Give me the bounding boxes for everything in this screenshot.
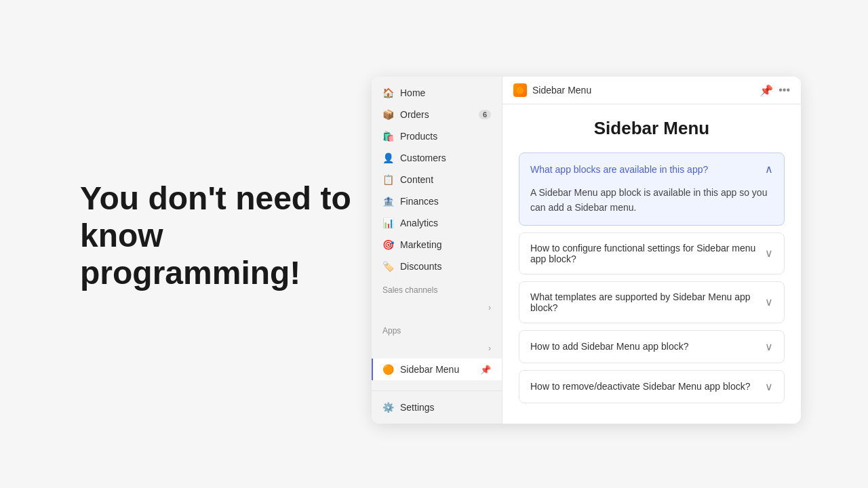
sidebar-item-discounts-label: Discounts: [400, 261, 441, 272]
sidebar-item-sidebar-menu[interactable]: 🟠 Sidebar Menu 📌: [372, 359, 502, 380]
panel-header-actions: 📌 •••: [760, 84, 790, 97]
settings-section: ⚙️ Settings: [372, 390, 502, 418]
sidebar-item-products-label: Products: [400, 131, 437, 142]
faq-chevron-1: ∧: [765, 163, 773, 176]
faq-item-4: How to add Sidebar Menu app block? ∨: [519, 330, 785, 363]
faq-question-4-text: How to add Sidebar Menu app block?: [530, 341, 688, 352]
faq-question-5-text: How to remove/deactivate Sidebar Menu ap…: [530, 381, 751, 392]
pin-icon: 📌: [480, 365, 491, 375]
faq-question-2-text: How to configure functional settings for…: [530, 243, 765, 264]
settings-icon: ⚙️: [382, 402, 393, 413]
faq-item-2: How to configure functional settings for…: [519, 232, 785, 274]
apps-section-label: Apps: [372, 318, 502, 338]
sidebar-item-orders-label: Orders: [400, 109, 429, 120]
faq-item-1: What app blocks are available in this ap…: [519, 152, 785, 226]
hero-line2: know programming!: [80, 218, 300, 291]
faq-chevron-3: ∨: [765, 296, 773, 308]
faq-question-2[interactable]: How to configure functional settings for…: [519, 233, 784, 274]
sidebar-menu-icon: 🟠: [382, 364, 393, 375]
hero-line1: You don't need to: [80, 180, 351, 216]
faq-chevron-5: ∨: [765, 380, 773, 393]
marketing-icon: 🎯: [382, 239, 393, 250]
faq-question-4[interactable]: How to add Sidebar Menu app block? ∨: [519, 331, 784, 363]
analytics-icon: 📊: [382, 218, 393, 228]
faq-question-1[interactable]: What app blocks are available in this ap…: [519, 153, 784, 185]
sidebar: 🏠 Home 📦 Orders 6 🛍️ Products 👤 Customer…: [372, 77, 502, 424]
sidebar-item-home[interactable]: 🏠 Home: [372, 82, 502, 104]
faq-question-1-text: What app blocks are available in this ap…: [530, 164, 708, 175]
apps-arrow: ›: [488, 344, 491, 353]
faq-question-3-text: What templates are supported by Sidebar …: [530, 291, 765, 313]
panel-header: 🟠 Sidebar Menu 📌 •••: [502, 77, 801, 104]
more-button[interactable]: •••: [778, 84, 790, 97]
faq-question-5[interactable]: How to remove/deactivate Sidebar Menu ap…: [519, 371, 784, 403]
sidebar-item-marketing[interactable]: 🎯 Marketing: [372, 234, 502, 256]
settings-label: Settings: [400, 402, 435, 413]
finances-icon: 🏦: [382, 196, 393, 207]
discounts-icon: 🏷️: [382, 261, 393, 272]
sidebar-item-orders[interactable]: 📦 Orders 6: [372, 104, 502, 125]
faq-item-3: What templates are supported by Sidebar …: [519, 281, 785, 323]
panel-app-icon: 🟠: [513, 83, 527, 97]
sidebar-item-discounts[interactable]: 🏷️ Discounts: [372, 256, 502, 277]
faq-question-3[interactable]: What templates are supported by Sidebar …: [519, 282, 784, 323]
sales-channels-label: Sales channels: [372, 277, 502, 298]
products-icon: 🛍️: [382, 131, 393, 142]
sales-channels-arrow: ›: [488, 303, 491, 312]
sidebar-item-home-label: Home: [400, 87, 425, 98]
panel-title: Sidebar Menu: [519, 118, 785, 139]
panel-content: Sidebar Menu What app blocks are availab…: [502, 104, 801, 424]
sidebar-item-customers[interactable]: 👤 Customers: [372, 147, 502, 169]
orders-icon: 📦: [382, 109, 393, 120]
sidebar-item-customers-label: Customers: [400, 152, 446, 163]
pin-button[interactable]: 📌: [760, 84, 773, 97]
sidebar-item-apps[interactable]: ›: [372, 338, 502, 359]
faq-chevron-4: ∨: [765, 340, 773, 353]
sidebar-item-finances[interactable]: 🏦 Finances: [372, 190, 502, 212]
sidebar-item-sales-channels[interactable]: ›: [372, 298, 502, 318]
sidebar-item-content[interactable]: 📋 Content: [372, 169, 502, 190]
hero-text: You don't need to know programming!: [80, 180, 365, 292]
faq-answer-1: A Sidebar Menu app block is available in…: [519, 185, 784, 225]
sidebar-item-settings[interactable]: ⚙️ Settings: [372, 396, 502, 418]
faq-chevron-2: ∨: [765, 247, 773, 260]
faq-item-5: How to remove/deactivate Sidebar Menu ap…: [519, 370, 785, 403]
sidebar-item-analytics[interactable]: 📊 Analytics: [372, 212, 502, 234]
customers-icon: 👤: [382, 152, 393, 163]
sidebar-item-products[interactable]: 🛍️ Products: [372, 125, 502, 147]
sidebar-item-marketing-label: Marketing: [400, 239, 441, 250]
orders-badge: 6: [479, 110, 491, 119]
ui-window: 🏠 Home 📦 Orders 6 🛍️ Products 👤 Customer…: [372, 77, 801, 424]
content-icon: 📋: [382, 174, 393, 185]
panel-header-title: Sidebar Menu: [532, 85, 754, 96]
sidebar-item-content-label: Content: [400, 174, 433, 185]
main-panel: 🟠 Sidebar Menu 📌 ••• Sidebar Menu What a…: [502, 77, 801, 424]
sidebar-menu-label: Sidebar Menu: [400, 364, 459, 375]
home-icon: 🏠: [382, 87, 393, 98]
sidebar-item-finances-label: Finances: [400, 196, 439, 207]
sidebar-item-analytics-label: Analytics: [400, 218, 438, 228]
